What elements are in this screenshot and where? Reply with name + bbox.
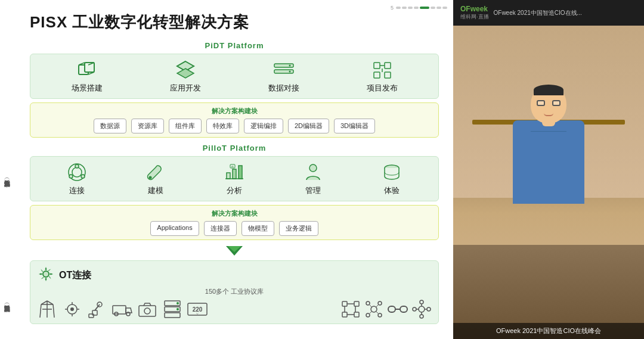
svg-rect-23 [227,173,230,179]
svg-line-40 [53,304,54,318]
block-2d: 2D编辑器 [288,119,329,133]
block-business-logic: 业务逻辑 [279,221,318,236]
pidt-items-row: 场景搭建 应用开发 [30,54,439,99]
svg-rect-66 [342,312,347,317]
layers-icon [175,59,196,80]
piiot-item-analyze-label: 分析 [227,185,242,196]
chain-icon [388,300,407,319]
block-components: 组件库 [169,119,202,133]
slide-container: PISX 工业数字化转型解决方案 5 工业数字化解决方案（协作创新） 工业物联网… [0,0,453,339]
connected-circles-icon [364,300,383,319]
svg-point-75 [366,313,370,317]
svg-rect-47 [89,314,94,318]
camera-icon [138,300,157,319]
video-logo: OFweek [460,5,489,13]
svg-text:AI: AI [231,165,234,168]
svg-rect-58 [165,313,180,318]
chart-icon: AI [224,161,245,183]
pidt-platform-header: PiDT Platform [30,41,439,50]
block-logic: 逻辑编排 [244,119,283,133]
piiot-blocks-row: Applications 连接器 物模型 业务逻辑 [36,221,432,236]
db-icon [381,161,402,183]
svg-point-21 [81,175,85,178]
pidt-section: PiDT Platform 场景搭建 [30,41,439,138]
person-body [513,120,584,204]
block-applications: Applications [150,221,199,236]
pidt-blocks-header: 解决方案构建块 [36,107,432,116]
dot-3 [408,7,413,9]
svg-rect-54 [139,306,156,316]
pidt-item-scene: 场景搭建 [72,59,103,94]
video-logo-sub: 维科网·直播 [460,13,489,21]
svg-rect-24 [233,169,236,179]
wrench-icon [145,161,166,183]
pidt-item-scene-label: 场景搭建 [72,83,103,94]
piiot-item-analyze: AI 分析 [224,161,245,196]
ot-title: OT连接 [59,269,91,282]
svg-point-85 [420,300,423,304]
ot-subtitle: 150多个 工业协议库 [38,287,431,296]
video-panel: OFweek 维科网·直播 OFweek 2021中国智造CIO在线... [453,0,644,339]
side-label-top: 工业数字化解决方案（协作创新） [2,57,11,176]
video-main: OFweek 2021中国智造CIO在线峰会 [453,26,644,339]
svg-rect-67 [354,312,359,317]
svg-point-20 [69,175,73,178]
overlay-banner: OFweek 2021中国智造CIO在线峰会 [453,323,644,339]
svg-point-76 [378,313,382,317]
meter-icon: 220 V [188,300,207,319]
pidt-blocks-section: 解决方案构建块 数据源 资源库 组件库 特效库 逻辑编排 2D编辑器 3D编辑器 [30,102,439,138]
piiot-blocks-section: 解决方案构建块 Applications 连接器 物模型 业务逻辑 [30,205,439,240]
piiot-item-model-label: 建模 [148,185,163,196]
ot-icons-row: 220 V [38,300,431,319]
svg-rect-12 [385,63,391,69]
truck-icon [113,300,132,319]
server-rack-icon [163,300,182,319]
svg-line-80 [376,311,378,313]
svg-point-9 [289,65,290,67]
svg-line-39 [40,304,41,318]
dot-6 [431,7,435,9]
dot-8 [442,7,447,9]
dot-7 [436,7,441,9]
piiot-section: PilIoT Platform 连接 [30,144,439,240]
piiot-item-experience-label: 体验 [384,185,400,196]
shirt-line [531,131,566,132]
video-header: OFweek 维科网·直播 OFweek 2021中国智造CIO在线... [453,0,644,26]
person-mouth [544,113,553,116]
svg-rect-25 [239,166,242,179]
block-effects: 特效库 [206,119,239,133]
svg-point-22 [149,176,152,179]
piiot-platform-header: PilIoT Platform [30,144,439,153]
pidt-item-publish-label: 项目发布 [367,83,398,94]
pidt-item-data-label: 数据对接 [268,83,299,94]
video-title: OFweek 2021中国智造CIO在线... [494,9,637,17]
ot-gear-icon [38,266,54,285]
svg-rect-82 [400,306,407,312]
svg-line-78 [376,305,378,307]
svg-line-77 [370,305,372,307]
power-tower-icon [38,300,57,319]
dot-2 [402,7,407,9]
piiot-item-experience: 体验 [381,161,402,196]
svg-point-60 [177,308,179,310]
svg-point-29 [309,164,317,172]
publish-icon [371,59,393,80]
pidt-blocks-row: 数据源 资源库 组件库 特效库 逻辑编排 2D编辑器 3D编辑器 [36,119,432,133]
svg-marker-6 [177,69,194,78]
people-icon [302,161,324,183]
svg-line-79 [370,311,372,313]
block-connector: 连接器 [204,221,237,236]
person-figure [501,73,596,339]
network-grid-icon [340,300,360,319]
connect-icon [66,161,88,183]
progress-dots [396,7,447,9]
pidt-item-data: 数据对接 [268,59,299,94]
svg-line-38 [47,301,53,304]
piiot-item-model: 建模 [145,161,166,196]
dot-4 [414,7,419,9]
piiot-item-manage-label: 管理 [305,185,321,196]
person-hair [534,85,564,95]
glasses-right [552,100,561,106]
ot-header-row: OT连接 [38,266,431,285]
svg-rect-14 [385,72,391,78]
